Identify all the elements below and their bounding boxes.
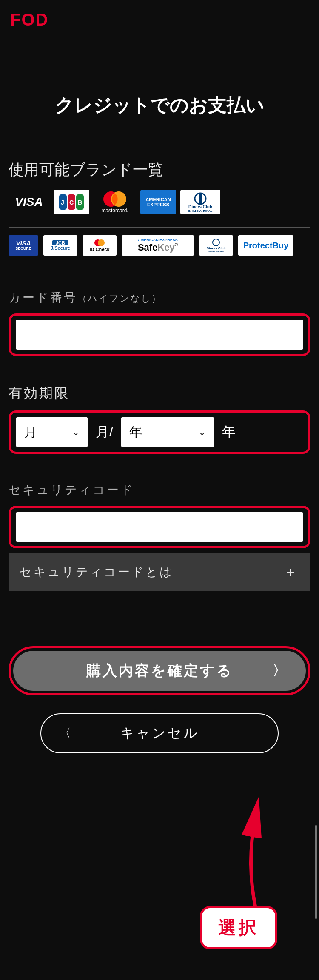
confirm-button-highlight: 購入内容を確定する 〉 [9, 646, 310, 695]
cancel-button[interactable]: 〈 キャンセル [40, 713, 279, 753]
cancel-button-label: キャンセル [120, 724, 199, 743]
brand-logo: FOD [10, 10, 309, 29]
diners-logo: Diners Club INTERNATIONAL [180, 190, 220, 214]
card-brand-logos: VISA JCB mastercard. AMERICANEXPRESS Din… [9, 190, 310, 214]
visa-secure-logo: VISASECURE [9, 235, 38, 256]
card-number-highlight [9, 313, 310, 356]
security-code-help-label: セキュリティコードとは [20, 564, 174, 580]
svg-point-13 [213, 239, 219, 246]
expiry-year-value: 年 [129, 424, 142, 441]
jcb-logo: JCB [54, 190, 89, 214]
chevron-down-icon: ⌄ [72, 427, 80, 438]
scrollbar-thumb[interactable] [315, 825, 317, 919]
year-unit-label: 年 [222, 423, 236, 442]
confirm-button-label: 購入内容を確定する [86, 661, 233, 681]
diners-secure-logo: Diners ClubINTERNATIONAL [199, 235, 233, 256]
card-number-input[interactable] [16, 320, 303, 350]
brands-heading: 使用可能ブランド一覧 [9, 160, 310, 180]
expiry-month-select[interactable]: 月 ⌄ [16, 417, 88, 447]
divider [9, 227, 310, 228]
expiry-year-select[interactable]: 年 ⌄ [121, 417, 214, 447]
svg-rect-10 [199, 194, 202, 204]
amex-logo: AMERICANEXPRESS [140, 190, 176, 214]
chevron-left-icon: 〈 [59, 725, 73, 741]
security-code-help-accordion[interactable]: セキュリティコードとは ＋ [9, 553, 310, 591]
mastercard-logo: mastercard. [94, 190, 136, 214]
security-code-highlight [9, 506, 310, 548]
card-number-label: カード番号（ハイフンなし） [9, 290, 310, 306]
plus-icon: ＋ [283, 562, 299, 582]
secure-logos: VISASECURE JCBJ/Secure ID Check AMERICAN… [9, 235, 310, 256]
security-code-label: セキュリティコード [9, 482, 310, 498]
amex-safekey-logo: AMERICAN EXPRESSSafeKey® [122, 235, 194, 256]
svg-text:C: C [69, 199, 74, 206]
app-header: FOD [0, 0, 319, 37]
annotation-arrow [242, 812, 268, 912]
month-unit-label: 月/ [96, 423, 113, 442]
expiry-label: 有効期限 [9, 384, 310, 403]
svg-text:J: J [61, 199, 64, 206]
expiry-highlight: 月 ⌄ 月/ 年 ⌄ 年 [9, 410, 310, 454]
mc-idcheck-logo: ID Check [83, 235, 117, 256]
protectbuy-logo: ProtectBuy [238, 235, 293, 256]
chevron-down-icon: ⌄ [198, 427, 206, 438]
visa-logo: VISA [9, 190, 49, 214]
page-title: クレジットでのお支払い [9, 93, 310, 118]
security-code-input[interactable] [16, 512, 303, 542]
svg-point-12 [98, 239, 105, 246]
jcb-secure-logo: JCBJ/Secure [43, 235, 77, 256]
svg-text:B: B [78, 199, 82, 206]
confirm-purchase-button[interactable]: 購入内容を確定する 〉 [13, 651, 306, 691]
chevron-right-icon: 〉 [273, 661, 288, 680]
expiry-month-value: 月 [24, 424, 37, 441]
annotation-pill: 選択 [200, 906, 277, 949]
